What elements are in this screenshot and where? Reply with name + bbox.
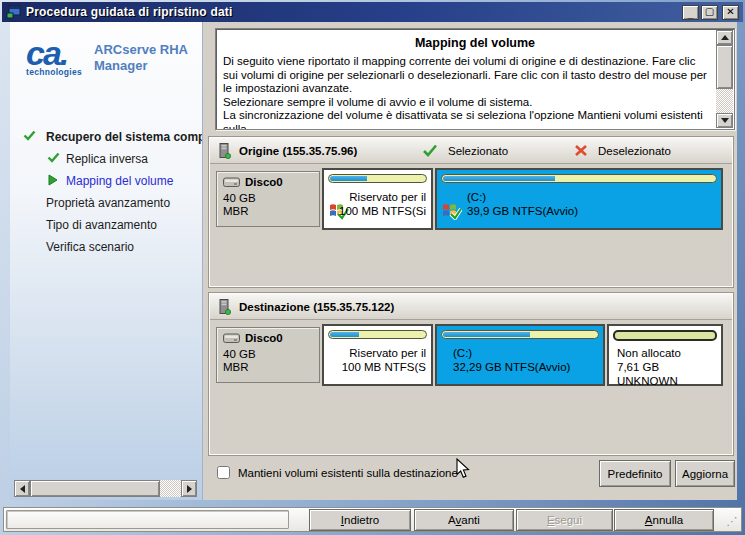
destination-title: Destinazione (155.35.75.122) bbox=[239, 301, 394, 313]
disk-partition: MBR bbox=[223, 205, 313, 218]
disk-icon bbox=[223, 333, 240, 344]
deselected-cross-icon bbox=[574, 144, 588, 157]
volume-label: (C:) bbox=[453, 346, 603, 360]
run-button: Esegui bbox=[516, 509, 613, 531]
volume-label: Riservato per il bbox=[324, 190, 426, 204]
description-scrollbar[interactable] bbox=[716, 30, 733, 128]
destination-disk-info: Disco0 40 GB MBR bbox=[216, 327, 320, 383]
step-mapping-volume[interactable]: Mapping del volume bbox=[10, 170, 202, 192]
legend-selected-label: Selezionato bbox=[448, 145, 508, 157]
step-verifica-scenario[interactable]: Verifica scenario bbox=[10, 236, 202, 258]
destination-volume-reserved[interactable]: Riservato per il 100 MB NTFS(S bbox=[322, 324, 433, 386]
options-row: Mantieni volumi esistenti sulla destinaz… bbox=[217, 466, 458, 479]
disk-name: Disco0 bbox=[245, 332, 283, 344]
app-icon bbox=[6, 5, 21, 19]
step-proprieta-avanzamento[interactable]: Proprietà avanzamento bbox=[10, 192, 202, 214]
step-replica-inversa[interactable]: Replica inversa bbox=[10, 148, 202, 170]
current-step-arrow-icon bbox=[46, 174, 60, 189]
product-name: ARCserve RHA Manager bbox=[94, 42, 188, 75]
scrollbar-thumb[interactable] bbox=[30, 480, 160, 497]
step-tipo-avanzamento[interactable]: Tipo di avanzamento bbox=[10, 214, 202, 236]
legend-deselected-label: Deselezionato bbox=[598, 145, 671, 157]
mouse-cursor bbox=[456, 458, 471, 479]
maximize-button[interactable]: ▢ bbox=[701, 5, 718, 20]
sidebar: ca. technologies ARCserve RHA Manager Re… bbox=[10, 22, 203, 500]
keep-volumes-label[interactable]: Mantieni volumi esistenti sulla destinaz… bbox=[238, 467, 458, 479]
disk-size: 40 GB bbox=[223, 192, 313, 205]
next-button[interactable]: Avanti bbox=[414, 509, 514, 531]
volume-size: 32,29 GB NTFS(Avvio) bbox=[453, 360, 603, 374]
status-box bbox=[6, 510, 289, 529]
scroll-right-button[interactable] bbox=[181, 480, 197, 497]
ca-logo: ca. technologies ARCserve RHA Manager bbox=[26, 36, 188, 77]
server-icon bbox=[218, 299, 231, 315]
volume-label: Riservato per il bbox=[324, 346, 426, 360]
default-button[interactable]: Predefinito bbox=[599, 460, 671, 487]
selected-check-icon bbox=[422, 144, 438, 157]
cancel-button[interactable]: Annulla bbox=[614, 509, 714, 531]
origin-header: Origine (155.35.75.96) Selezionato Desel… bbox=[210, 138, 732, 164]
minimize-button[interactable]: _ bbox=[682, 5, 699, 20]
keep-volumes-checkbox[interactable] bbox=[217, 466, 230, 479]
wizard-steps: Recupero del sistema completo Replica in… bbox=[10, 126, 202, 258]
volume-label: Non allocato bbox=[617, 346, 721, 360]
volume-size: 39,9 GB NTFS(Avvio) bbox=[467, 204, 721, 218]
disk-icon bbox=[223, 177, 240, 188]
scroll-left-button[interactable] bbox=[14, 480, 30, 497]
client-area: ca. technologies ARCserve RHA Manager Re… bbox=[10, 22, 737, 500]
ca-brand: ca. bbox=[26, 36, 82, 70]
sidebar-horizontal-scrollbar[interactable] bbox=[14, 480, 197, 497]
destination-panel: Destinazione (155.35.75.122) Disco0 40 G… bbox=[208, 292, 734, 456]
disk-partition: MBR bbox=[223, 361, 313, 374]
back-button[interactable]: Indietro bbox=[309, 509, 411, 531]
ca-brand-sub: technologies bbox=[26, 68, 82, 77]
origin-volume-c[interactable]: (C:) 39,9 GB NTFS(Avvio) bbox=[435, 168, 723, 230]
scrollbar-track[interactable] bbox=[160, 480, 181, 497]
usage-bar bbox=[328, 330, 427, 339]
scroll-up-button[interactable] bbox=[716, 30, 733, 45]
refresh-button[interactable]: Aggiorna bbox=[675, 460, 735, 487]
disk-name: Disco0 bbox=[245, 176, 283, 188]
description-panel: Mapping del volume Di seguito viene ripo… bbox=[215, 28, 735, 130]
origin-panel: Origine (155.35.75.96) Selezionato Desel… bbox=[208, 136, 734, 288]
volume-size: 100 MB NTFS(S bbox=[324, 360, 426, 374]
check-icon bbox=[22, 130, 36, 144]
usage-bar bbox=[613, 330, 717, 341]
description-text: Di seguito viene riportato il mapping co… bbox=[216, 55, 734, 130]
origin-title: Origine (155.35.75.96) bbox=[239, 145, 357, 157]
usage-bar bbox=[328, 174, 427, 183]
destination-header: Destinazione (155.35.75.122) bbox=[210, 294, 732, 320]
server-icon bbox=[218, 143, 231, 159]
destination-volume-unallocated[interactable]: Non allocato 7,61 GB UNKNOWN bbox=[607, 324, 723, 386]
page-title: Mapping del volume bbox=[216, 36, 734, 50]
origin-disk-info: Disco0 40 GB MBR bbox=[216, 171, 320, 227]
volume-label: (C:) bbox=[467, 190, 721, 204]
disk-size: 40 GB bbox=[223, 348, 313, 361]
volume-size: 7,61 GB UNKNOWN bbox=[617, 360, 721, 388]
title-bar: Procedura guidata di ripristino dati _ ▢… bbox=[2, 2, 743, 22]
scrollbar-track[interactable] bbox=[716, 89, 733, 113]
origin-volume-reserved[interactable]: Riservato per il 100 MB NTFS(Si bbox=[322, 168, 433, 230]
scrollbar-thumb[interactable] bbox=[716, 45, 733, 89]
destination-volume-c[interactable]: (C:) 32,29 GB NTFS(Avvio) bbox=[435, 324, 605, 386]
usage-bar bbox=[441, 330, 599, 339]
close-button[interactable]: ✕ bbox=[722, 5, 739, 20]
resize-grip[interactable]: ⋰ bbox=[725, 515, 739, 529]
wizard-window: Procedura guidata di ripristino dati _ ▢… bbox=[0, 0, 745, 535]
bottom-bar: Indietro Avanti Esegui Annulla ⋰ bbox=[3, 507, 742, 532]
scroll-down-button[interactable] bbox=[716, 113, 733, 128]
content-area: Mapping del volume Di seguito viene ripo… bbox=[203, 22, 737, 500]
step-recupero-sistema[interactable]: Recupero del sistema completo bbox=[10, 126, 202, 148]
usage-bar bbox=[441, 174, 717, 183]
check-icon bbox=[46, 152, 60, 166]
window-title: Procedura guidata di ripristino dati bbox=[26, 5, 680, 19]
volume-size: 100 MB NTFS(Si bbox=[324, 204, 426, 218]
